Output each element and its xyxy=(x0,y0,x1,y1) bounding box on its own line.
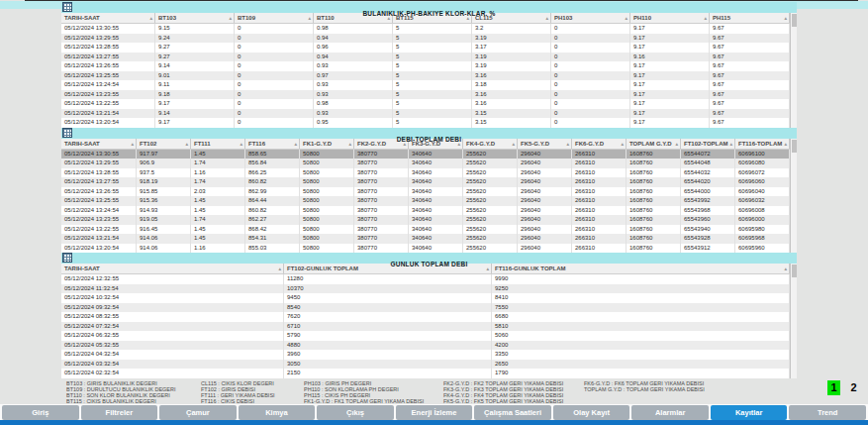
table-row[interactable]: 05/12/2024 06:32:5557905060 xyxy=(61,331,790,341)
table-row[interactable]: 05/12/2024 13:20:54914.061.16855.0350800… xyxy=(61,244,790,254)
table-cell: 9.14 xyxy=(155,61,235,71)
column-header[interactable]: TARIH-SAAT▴ xyxy=(61,139,137,149)
column-header[interactable]: FT116-TOPLAM▴ xyxy=(735,139,790,149)
column-header[interactable]: FT102▴ xyxy=(137,139,191,149)
column-header[interactable]: TOPLAM G.Y.D▴ xyxy=(627,139,681,149)
nav-button-giriş[interactable]: Giriş xyxy=(2,405,79,420)
column-header[interactable]: TARIH-SAAT▴ xyxy=(61,13,155,23)
table-cell: 914.06 xyxy=(137,234,191,244)
nav-button-kayıtlar[interactable]: Kayıtlar xyxy=(711,405,788,420)
table-grid-icon[interactable] xyxy=(62,253,72,263)
nav-button-filtreler[interactable]: Filtreler xyxy=(81,405,158,420)
table-cell: 1608760 xyxy=(627,177,681,187)
table-cell: 860.82 xyxy=(245,177,300,187)
table-row[interactable]: 05/12/2024 13:23:559.1800.9353.1609.179.… xyxy=(61,90,790,100)
column-header[interactable]: BT103▴ xyxy=(155,13,235,23)
nav-button-çamur[interactable]: Çamur xyxy=(159,405,237,420)
nav-button-trend[interactable]: Trend xyxy=(789,405,866,420)
table-cell: 50800 xyxy=(300,234,354,244)
column-header[interactable]: FT102-TOPLAM▴ xyxy=(681,139,735,149)
table-row[interactable]: 05/12/2024 13:24:54914.931.45860.8250800… xyxy=(61,206,790,216)
table-row[interactable]: 05/12/2024 13:23:55919.051.74862.2750800… xyxy=(61,215,790,225)
table-row[interactable]: 05/12/2024 13:29:559.2400.9453.1909.179.… xyxy=(61,34,790,44)
table-row[interactable]: 05/12/2024 07:32:5467105810 xyxy=(61,322,790,332)
column-header[interactable]: FT111▴ xyxy=(191,139,245,149)
table-row[interactable]: 05/12/2024 13:27:55918.191.74860.8250800… xyxy=(61,177,790,187)
table-row[interactable]: 05/12/2024 13:20:549.1700.9553.1509.179.… xyxy=(61,118,790,128)
nav-button-kimya[interactable]: Kimya xyxy=(239,405,316,420)
table-title-bar: GUNLUK TOPLAM DEBI xyxy=(61,253,797,264)
table-body: 05/12/2024 12:32:5511280999005/12/2024 1… xyxy=(61,274,790,378)
table-row[interactable]: 05/12/2024 13:29:55906.91.74856.84508003… xyxy=(61,159,790,168)
table-cell: 9.67 xyxy=(710,109,790,119)
table-row[interactable]: 05/12/2024 04:32:5439603350 xyxy=(61,350,790,360)
table-cell: 65543928 xyxy=(681,234,735,244)
table-row[interactable]: 05/12/2024 02:32:5421501790 xyxy=(61,369,790,378)
table-row[interactable]: 05/12/2024 13:25:559.0100.9753.1609.179.… xyxy=(61,71,790,81)
table-cell: 3.16 xyxy=(472,71,551,81)
table-row[interactable]: 05/12/2024 13:27:559.2700.9453.1909.169.… xyxy=(61,53,790,62)
vertical-scrollbar[interactable] xyxy=(790,264,797,378)
table-row[interactable]: 05/12/2024 08:32:5576206680 xyxy=(61,312,790,322)
table-row[interactable]: 05/12/2024 13:21:549.1400.9353.1509.179.… xyxy=(61,109,790,119)
column-header[interactable]: FK1-G.Y.D▴ xyxy=(300,139,354,149)
table-cell: 296040 xyxy=(518,168,572,178)
vertical-scrollbar[interactable] xyxy=(790,139,797,254)
nav-button-çalışma-saatleri[interactable]: Çalışma Saatleri xyxy=(474,405,551,420)
table-cell: 380770 xyxy=(354,244,409,254)
column-header[interactable]: PH103▴ xyxy=(551,13,630,23)
table-cell: 3960 xyxy=(284,350,492,360)
table-row[interactable]: 05/12/2024 13:30:55917.971.45858.6550800… xyxy=(61,150,790,159)
table-row[interactable]: 05/12/2024 13:26:55915.852.03862.9950800… xyxy=(61,187,790,197)
nav-button-çıkış[interactable]: Çıkış xyxy=(317,405,394,420)
table-grid-icon[interactable] xyxy=(62,2,72,12)
column-label: FK2-G.Y.D xyxy=(357,139,386,149)
table-row[interactable]: 05/12/2024 13:25:55915.361.45864.4450800… xyxy=(61,196,790,206)
column-header[interactable]: FK4-G.Y.D▴ xyxy=(463,139,518,149)
column-header[interactable]: FK6-G.Y.D▴ xyxy=(572,139,627,149)
table-row[interactable]: 05/12/2024 12:32:55112809990 xyxy=(61,274,790,284)
nav-button-alarmlar[interactable]: Alarmlar xyxy=(631,405,709,420)
table-row[interactable]: 05/12/2024 13:28:559.2700.9653.1709.179.… xyxy=(61,43,790,53)
table-row[interactable]: 05/12/2024 13:30:559.1500.9853.209.179.6… xyxy=(61,24,790,34)
table-cell: 1608760 xyxy=(627,206,681,216)
scrollbar-thumb[interactable] xyxy=(792,140,797,153)
table-row[interactable]: 05/12/2024 10:32:5494508410 xyxy=(61,293,790,303)
scrollbar-thumb[interactable] xyxy=(792,265,797,277)
table-cell: 340640 xyxy=(409,244,463,254)
table-row[interactable]: 05/12/2024 13:22:559.1700.9853.1609.179.… xyxy=(61,99,790,109)
table-row[interactable]: 05/12/2024 05:32:5548804200 xyxy=(61,341,790,351)
column-header[interactable]: PH110▴ xyxy=(630,13,710,23)
table-row[interactable]: 05/12/2024 13:24:549.1100.9353.1809.179.… xyxy=(61,80,790,90)
table-cell: 1608760 xyxy=(627,215,681,225)
nav-button-enerji-i̇zleme[interactable]: Enerji İzleme xyxy=(396,405,473,420)
column-header[interactable]: BT109▴ xyxy=(235,13,314,23)
table-cell: 05/12/2024 13:26:55 xyxy=(61,61,155,71)
sort-icon: ▴ xyxy=(149,13,152,23)
column-header[interactable]: FK5-G.Y.D▴ xyxy=(518,139,572,149)
table-cell: 296040 xyxy=(518,159,572,168)
table-row[interactable]: 05/12/2024 13:21:54914.061.45854.3150800… xyxy=(61,234,790,244)
page-button-1[interactable]: 1 xyxy=(827,380,840,395)
scrollbar-thumb[interactable] xyxy=(792,14,797,27)
column-header[interactable]: FT116▴ xyxy=(245,139,300,149)
column-header[interactable]: TARIH-SAAT▴ xyxy=(61,264,284,273)
table-cell: 266310 xyxy=(572,168,627,178)
table-row[interactable]: 05/12/2024 13:26:559.1400.9353.1909.179.… xyxy=(61,61,790,71)
table-row[interactable]: 05/12/2024 13:22:55916.451.45868.4250800… xyxy=(61,225,790,235)
table-cell: 340640 xyxy=(409,159,463,168)
column-header[interactable]: FT116-GUNLUK TOPLAM▴ xyxy=(492,264,790,273)
table-cell: 855.03 xyxy=(245,244,300,254)
table-cell: 340640 xyxy=(409,234,463,244)
nav-button-olay-kayıt[interactable]: Olay Kayıt xyxy=(553,405,630,420)
table-row[interactable]: 05/12/2024 11:32:54103709250 xyxy=(61,284,790,294)
column-label: TARIH-SAAT xyxy=(64,139,100,149)
column-header[interactable]: PH115▴ xyxy=(710,13,790,23)
table-cell: 3.16 xyxy=(472,99,551,109)
page-button-2[interactable]: 2 xyxy=(847,380,860,395)
table-row[interactable]: 05/12/2024 13:28:55937.51.16866.25508003… xyxy=(61,168,790,178)
vertical-scrollbar[interactable] xyxy=(790,13,797,128)
table-row[interactable]: 05/12/2024 09:32:5485407550 xyxy=(61,303,790,313)
table-row[interactable]: 05/12/2024 03:32:5430502650 xyxy=(61,360,790,370)
table-grid-icon[interactable] xyxy=(62,128,72,138)
